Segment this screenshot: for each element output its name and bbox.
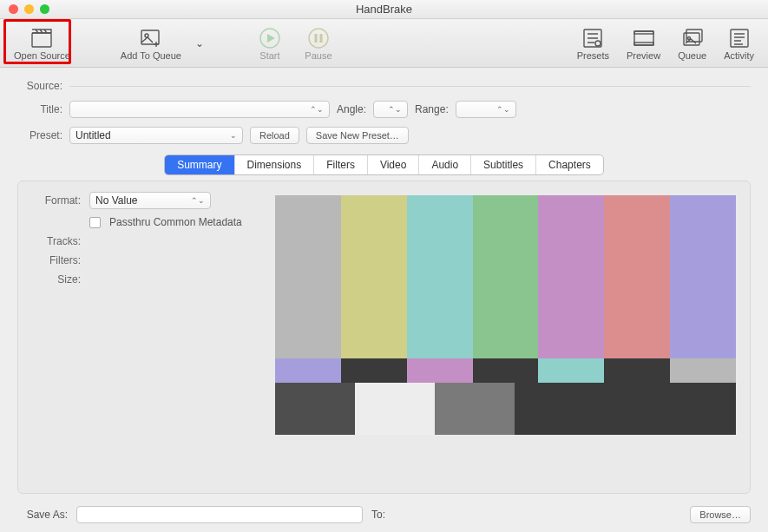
tab-video[interactable]: Video — [368, 155, 419, 174]
start-button[interactable]: Start — [249, 21, 291, 66]
title-select[interactable]: ⌃⌄ — [69, 101, 330, 118]
minimize-window-button[interactable] — [24, 4, 34, 14]
queue-dropdown-chevron-icon[interactable]: ⌄ — [195, 21, 207, 66]
tab-subtitles[interactable]: Subtitles — [471, 155, 536, 174]
divider — [69, 86, 751, 87]
presets-icon — [581, 26, 605, 50]
format-label: Format: — [32, 194, 81, 207]
clapperboard-icon — [30, 26, 54, 50]
size-label: Size: — [32, 273, 81, 286]
presets-button[interactable]: Presets — [570, 21, 616, 66]
film-icon — [632, 26, 656, 50]
toolbar: Open Source Add To Queue ⌄ Start Pause — [0, 19, 768, 68]
title-label: Title: — [17, 103, 62, 115]
range-label: Range: — [415, 103, 449, 115]
svg-rect-9 — [634, 43, 653, 45]
tab-dimensions[interactable]: Dimensions — [235, 155, 315, 174]
svg-point-4 — [309, 29, 328, 48]
video-preview — [275, 195, 736, 483]
tab-audio[interactable]: Audio — [419, 155, 471, 174]
browse-button[interactable]: Browse… — [690, 506, 751, 523]
preview-button[interactable]: Preview — [620, 21, 667, 66]
add-image-icon — [139, 26, 163, 50]
tab-summary[interactable]: Summary — [165, 155, 234, 174]
play-icon — [258, 26, 282, 50]
to-label: To: — [371, 509, 385, 521]
passthru-label: Passthru Common Metadata — [109, 216, 242, 228]
stack-icon — [680, 26, 705, 50]
filters-label: Filters: — [32, 254, 81, 266]
titlebar: HandBrake — [0, 0, 768, 19]
svg-point-2 — [145, 34, 148, 37]
save-new-preset-button[interactable]: Save New Preset… — [306, 127, 409, 144]
tab-chapters[interactable]: Chapters — [536, 155, 603, 174]
add-to-queue-button[interactable]: Add To Queue — [114, 21, 188, 66]
source-label: Source: — [17, 80, 62, 92]
activity-button[interactable]: Activity — [717, 21, 761, 66]
window-title: HandBrake — [0, 3, 768, 16]
format-select[interactable]: No Value⌃⌄ — [89, 192, 211, 209]
tracks-label: Tracks: — [32, 235, 81, 247]
svg-rect-0 — [32, 33, 51, 47]
save-as-input[interactable] — [76, 506, 363, 523]
passthru-checkbox[interactable] — [89, 217, 101, 228]
summary-panel: Format: No Value⌃⌄ Passthru Common Metad… — [17, 181, 751, 494]
close-window-button[interactable] — [9, 4, 18, 14]
reload-button[interactable]: Reload — [250, 127, 299, 144]
angle-select[interactable]: ⌃⌄ — [373, 101, 408, 118]
tab-bar: Summary Dimensions Filters Video Audio S… — [164, 154, 604, 175]
svg-point-6 — [595, 41, 601, 46]
pause-button[interactable]: Pause — [298, 21, 339, 66]
preset-select[interactable]: Untitled⌄ — [69, 127, 243, 144]
queue-button[interactable]: Queue — [671, 21, 713, 66]
preset-label: Preset: — [17, 129, 62, 141]
angle-label: Angle: — [337, 103, 366, 115]
tab-filters[interactable]: Filters — [314, 155, 368, 174]
range-select[interactable]: ⌃⌄ — [456, 101, 516, 118]
open-source-button[interactable]: Open Source — [7, 21, 77, 66]
zoom-window-button[interactable] — [40, 4, 49, 14]
main-content: Source: Title: ⌃⌄ Angle: ⌃⌄ Range: ⌃⌄ Pr… — [0, 68, 768, 532]
pause-icon — [306, 26, 331, 50]
svg-rect-8 — [634, 31, 653, 34]
log-icon — [727, 26, 752, 50]
save-as-label: Save As: — [17, 509, 68, 521]
